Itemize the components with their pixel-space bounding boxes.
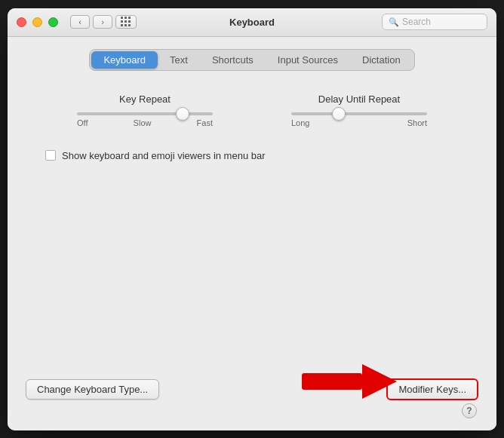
emoji-viewer-label: Show keyboard and emoji viewers in menu … (62, 150, 266, 161)
key-repeat-thumb[interactable] (176, 107, 189, 121)
grid-icon (121, 17, 131, 27)
keyboard-panel: Key Repeat Off Slow Fast Delay Until Rep… (23, 86, 481, 418)
help-button[interactable]: ? (462, 403, 477, 418)
key-repeat-labels: Off Slow Fast (77, 118, 213, 127)
key-repeat-group: Key Repeat Off Slow Fast (62, 93, 228, 127)
sliders-section: Key Repeat Off Slow Fast Delay Until Rep… (23, 86, 481, 135)
key-repeat-track (77, 112, 213, 115)
titlebar: ‹ › Keyboard 🔍 Search (8, 8, 496, 37)
tab-keyboard[interactable]: Keyboard (91, 51, 158, 69)
delay-repeat-short-label: Short (407, 118, 427, 127)
delay-repeat-thumb[interactable] (332, 107, 346, 121)
key-repeat-off-label: Off (77, 118, 88, 127)
key-repeat-slow-label: Slow (134, 118, 152, 127)
delay-repeat-track (291, 112, 427, 115)
emoji-viewer-checkbox[interactable] (45, 150, 56, 161)
keyboard-preferences-window: ‹ › Keyboard 🔍 Search Keyboard Text Shor… (8, 8, 496, 430)
grid-button[interactable] (115, 15, 137, 29)
bottom-section: Change Keyboard Type... Modifier Keys...… (23, 378, 481, 418)
tab-text[interactable]: Text (158, 51, 200, 69)
delay-repeat-title: Delay Until Repeat (318, 93, 400, 105)
maximize-button[interactable] (48, 17, 58, 27)
help-area: ? (23, 400, 481, 418)
close-button[interactable] (17, 17, 26, 27)
modifier-keys-button[interactable]: Modifier Keys... (386, 378, 478, 400)
tab-bar: Keyboard Text Shortcuts Input Sources Di… (23, 49, 481, 71)
traffic-lights (17, 17, 58, 27)
tab-shortcuts[interactable]: Shortcuts (200, 51, 266, 69)
delay-repeat-group: Delay Until Repeat Long Short (276, 93, 442, 127)
window-title: Keyboard (229, 17, 275, 28)
forward-button[interactable]: › (93, 15, 112, 29)
tab-dictation[interactable]: Dictation (350, 51, 413, 69)
tab-input-sources[interactable]: Input Sources (266, 51, 350, 69)
delay-repeat-labels: Long Short (291, 118, 427, 127)
key-repeat-title: Key Repeat (119, 93, 171, 105)
search-placeholder: Search (402, 17, 431, 27)
nav-buttons: ‹ › (70, 15, 112, 29)
delay-repeat-slider[interactable] (291, 112, 427, 115)
key-repeat-fast-label: Fast (197, 118, 213, 127)
search-box[interactable]: 🔍 Search (382, 14, 487, 30)
back-button[interactable]: ‹ (70, 15, 90, 29)
minimize-button[interactable] (32, 17, 42, 27)
delay-repeat-long-label: Long (291, 118, 309, 127)
tab-group: Keyboard Text Shortcuts Input Sources Di… (89, 49, 414, 71)
checkbox-row: Show keyboard and emoji viewers in menu … (23, 150, 481, 161)
content-area: Keyboard Text Shortcuts Input Sources Di… (8, 37, 496, 430)
key-repeat-slider[interactable] (77, 112, 213, 115)
bottom-buttons-row: Change Keyboard Type... Modifier Keys... (23, 378, 481, 400)
change-keyboard-button[interactable]: Change Keyboard Type... (26, 379, 159, 400)
search-icon: 🔍 (389, 17, 399, 27)
